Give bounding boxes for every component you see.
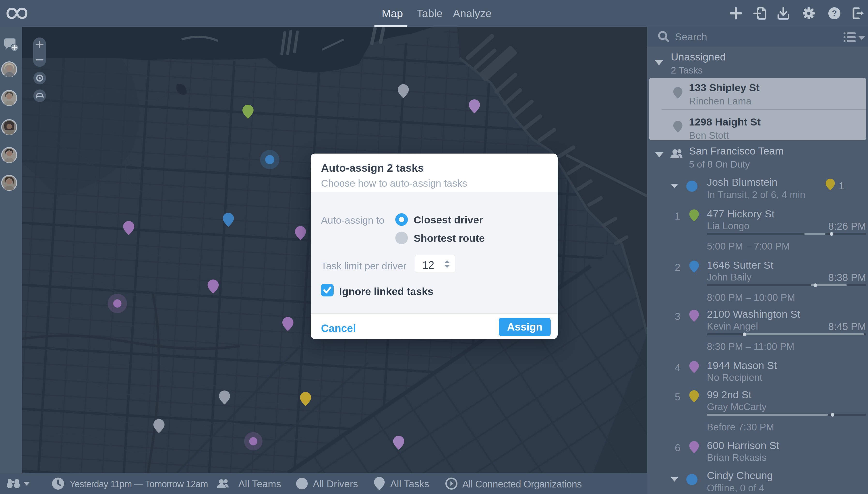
- svg-text:?: ?: [832, 8, 837, 18]
